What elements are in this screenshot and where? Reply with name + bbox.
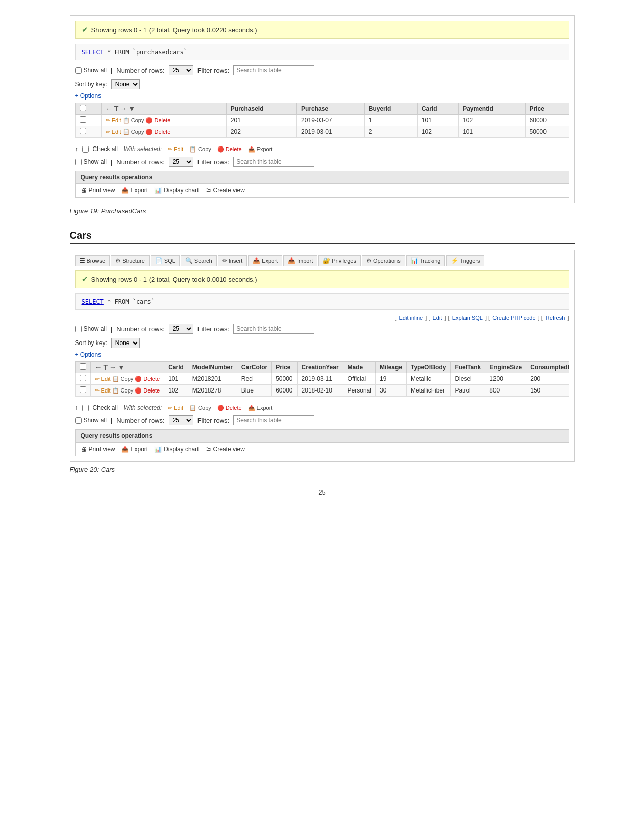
- show-all-label-fig20[interactable]: Show all: [75, 325, 107, 332]
- cars-header-checkbox[interactable]: [80, 363, 86, 370]
- tab-triggers[interactable]: ⚡Triggers: [446, 255, 484, 266]
- cars-cell-1-6: 30: [375, 385, 406, 397]
- bulk-copy-btn-fig20[interactable]: 📋 Copy: [189, 405, 211, 411]
- cars-edit-btn-0[interactable]: ✏ Edit: [95, 376, 111, 382]
- cars-col-9: TypeOfBody: [406, 362, 450, 373]
- bulk-export-btn-fig19[interactable]: 📤 Export: [248, 146, 273, 153]
- delete-btn-1[interactable]: 🔴 Delete: [145, 129, 170, 135]
- editlink-refresh[interactable]: Refresh: [546, 315, 565, 321]
- filter-input-bottom-fig19[interactable]: [233, 157, 314, 167]
- tab-tracking[interactable]: 📊Tracking: [406, 255, 445, 266]
- cars-delete-btn-0[interactable]: 🔴 Delete: [135, 376, 160, 382]
- qro-header-fig20[interactable]: Query results operations: [76, 430, 569, 443]
- tab-search[interactable]: 🔍Search: [181, 255, 217, 266]
- header-checkbox[interactable]: [80, 105, 86, 111]
- sql-text: * FROM `purchasedcars`: [107, 48, 187, 56]
- show-all-checkbox-bottom-fig20[interactable]: [75, 417, 82, 424]
- row-checkbox-1[interactable]: [80, 128, 86, 134]
- filter-label-fig20: Filter rows:: [197, 325, 230, 333]
- cars-cell-0-10: 200: [526, 373, 569, 385]
- export-btn-fig20[interactable]: 📤 Export: [121, 446, 148, 453]
- edit-btn-1[interactable]: ✏ Edit: [106, 129, 121, 135]
- purchaseid-cell: 201: [226, 115, 296, 126]
- tab-sql[interactable]: 📄SQL: [151, 255, 180, 266]
- bulk-export-btn-fig20[interactable]: 📤 Export: [248, 405, 273, 411]
- filter-input-bottom-fig20[interactable]: [233, 415, 314, 425]
- status-text-fig19: Showing rows 0 - 1 (2 total, Query took …: [91, 26, 257, 34]
- delete-btn-0[interactable]: 🔴 Delete: [145, 117, 170, 124]
- tab-structure[interactable]: ⚙Structure: [111, 255, 150, 266]
- with-selected-fig20: With selected:: [124, 404, 162, 411]
- bulk-delete-btn-fig19[interactable]: 🔴 Delete: [217, 146, 242, 153]
- cars-table-container: ←T→▼CarIdModelNumberCarColorPriceCreatio…: [75, 361, 569, 401]
- dropdown-icon[interactable]: ▼: [128, 105, 135, 113]
- cars-row-checkbox-0[interactable]: [80, 375, 86, 381]
- arrow-right-cars[interactable]: →: [109, 363, 116, 371]
- row-checkbox-0[interactable]: [80, 116, 86, 123]
- filter-input-fig19[interactable]: [233, 65, 314, 75]
- cars-cell-0-0: 101: [164, 373, 188, 385]
- chart-btn-fig20[interactable]: 📊 Display chart: [154, 446, 199, 453]
- bulk-edit-btn-fig19[interactable]: ✏ Edit: [168, 146, 183, 153]
- sort-select-fig20[interactable]: None: [111, 338, 140, 348]
- tab-privileges[interactable]: 🔐Privileges: [318, 255, 361, 266]
- col-price: Price: [525, 103, 569, 115]
- arrow-left-cars[interactable]: ←: [95, 363, 102, 371]
- qro-header-fig19[interactable]: Query results operations: [76, 171, 569, 184]
- tab-operations[interactable]: ⚙Operations: [362, 255, 405, 266]
- cars-copy-btn-1[interactable]: 📋 Copy: [112, 387, 134, 394]
- options-row-fig20[interactable]: + Options: [75, 351, 569, 358]
- tab-browse[interactable]: ☰Browse: [75, 255, 110, 266]
- editlink-create-php-code[interactable]: Create PHP code: [492, 315, 535, 321]
- show-all-label-bottom-fig20[interactable]: Show all: [75, 417, 107, 424]
- show-all-label-fig19[interactable]: Show all: [75, 67, 107, 74]
- show-all-label-bottom-fig19[interactable]: Show all: [75, 158, 107, 165]
- bulk-delete-btn-fig20[interactable]: 🔴 Delete: [217, 405, 242, 411]
- show-all-checkbox-fig19[interactable]: [75, 67, 82, 74]
- num-rows-select-bottom-fig19[interactable]: 25 50 100: [169, 157, 193, 167]
- num-rows-select-bottom-fig20[interactable]: 25 50 100: [169, 415, 193, 425]
- show-all-checkbox-bottom-fig19[interactable]: [75, 159, 82, 165]
- print-btn-fig20[interactable]: 🖨 Print view: [81, 446, 115, 453]
- check-all-checkbox-fig20[interactable]: [82, 405, 89, 411]
- copy-btn-0[interactable]: 📋 Copy: [123, 117, 144, 124]
- sort-select-fig19[interactable]: None: [111, 79, 140, 89]
- options-row-fig19[interactable]: + Options: [75, 92, 569, 100]
- tab-import[interactable]: 📥Import: [283, 255, 317, 266]
- bulk-edit-btn-fig20[interactable]: ✏ Edit: [168, 405, 183, 411]
- editlink-edit[interactable]: Edit: [432, 315, 442, 321]
- controls-row-fig19: Show all | Number of rows: 25 50 100 Fil…: [75, 65, 569, 75]
- chart-btn-fig19[interactable]: 📊 Display chart: [154, 187, 199, 194]
- cars-cell-0-4: 2019-03-11: [297, 373, 343, 385]
- cars-row-checkbox-1[interactable]: [80, 386, 86, 393]
- export-btn-fig19[interactable]: 📤 Export: [121, 187, 148, 194]
- dropdown-cars[interactable]: ▼: [118, 363, 125, 371]
- cars-copy-btn-0[interactable]: 📋 Copy: [112, 376, 134, 382]
- buyerid-cell: 2: [364, 126, 417, 138]
- create-btn-fig19[interactable]: 🗂 Create view: [205, 187, 245, 194]
- filter-label-bottom-fig20: Filter rows:: [197, 417, 230, 424]
- cars-cell-1-5: Personal: [343, 385, 375, 397]
- purchaseid-cell: 202: [226, 126, 296, 138]
- cars-delete-btn-1[interactable]: 🔴 Delete: [135, 387, 160, 394]
- editlink-explain-sql[interactable]: Explain SQL: [452, 315, 483, 321]
- create-btn-fig20[interactable]: 🗂 Create view: [205, 446, 245, 453]
- num-rows-select-fig19[interactable]: 25 50 100: [169, 65, 193, 75]
- arrow-left-icon[interactable]: ←: [106, 105, 113, 113]
- show-all-checkbox-fig20[interactable]: [75, 326, 82, 332]
- edit-btn-0[interactable]: ✏ Edit: [106, 117, 121, 124]
- bulk-copy-btn-fig19[interactable]: 📋 Copy: [189, 146, 211, 153]
- print-btn-fig19[interactable]: 🖨 Print view: [81, 187, 115, 194]
- check-all-checkbox-fig19[interactable]: [82, 146, 89, 153]
- tab-export[interactable]: 📤Export: [248, 255, 282, 266]
- copy-btn-1[interactable]: 📋 Copy: [123, 129, 144, 135]
- num-rows-label-fig20: Number of rows:: [116, 325, 164, 333]
- editlink-edit-inline[interactable]: Edit inline: [399, 315, 423, 321]
- cars-edit-btn-1[interactable]: ✏ Edit: [95, 387, 111, 394]
- arrow-right-icon[interactable]: →: [120, 105, 127, 113]
- tab-insert[interactable]: ✏Insert: [218, 255, 247, 266]
- filter-input-fig20[interactable]: [233, 324, 314, 334]
- sort-row-fig20: Sort by key: None: [75, 338, 569, 348]
- cars-col-2: CarId: [164, 362, 188, 373]
- num-rows-select-fig20[interactable]: 25 50 100: [169, 324, 193, 334]
